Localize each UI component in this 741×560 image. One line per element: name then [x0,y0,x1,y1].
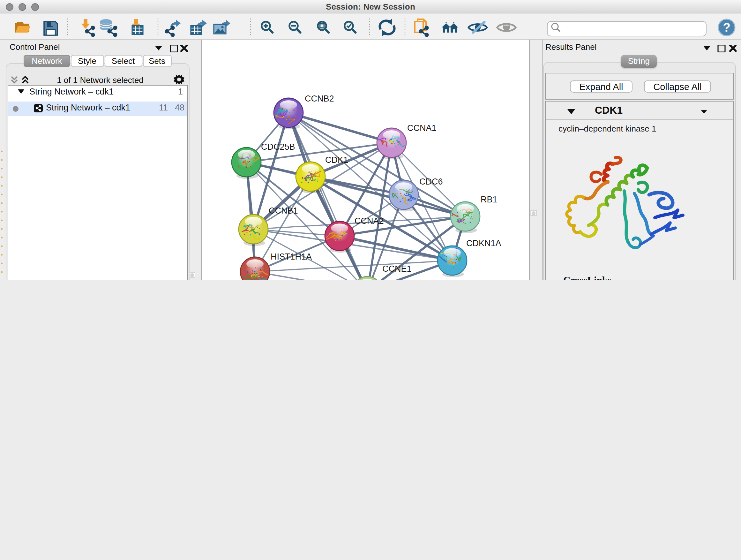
svg-text:CDK1: CDK1 [325,155,348,165]
svg-text:CDKN1A: CDKN1A [466,239,501,248]
svg-text:?: ? [723,21,730,34]
svg-text:CCNE1: CCNE1 [382,264,411,273]
svg-text:RB1: RB1 [480,195,497,204]
svg-text:CCNB1: CCNB1 [268,206,298,215]
svg-text:CDC6: CDC6 [419,177,443,186]
svg-text:CCNB2: CCNB2 [305,94,334,104]
svg-text:CCNA2: CCNA2 [354,216,384,226]
svg-text:CCNA1: CCNA1 [407,123,436,133]
svg-text:HIST1H1A: HIST1H1A [270,252,312,261]
svg-text:CDC25B: CDC25B [261,142,295,152]
